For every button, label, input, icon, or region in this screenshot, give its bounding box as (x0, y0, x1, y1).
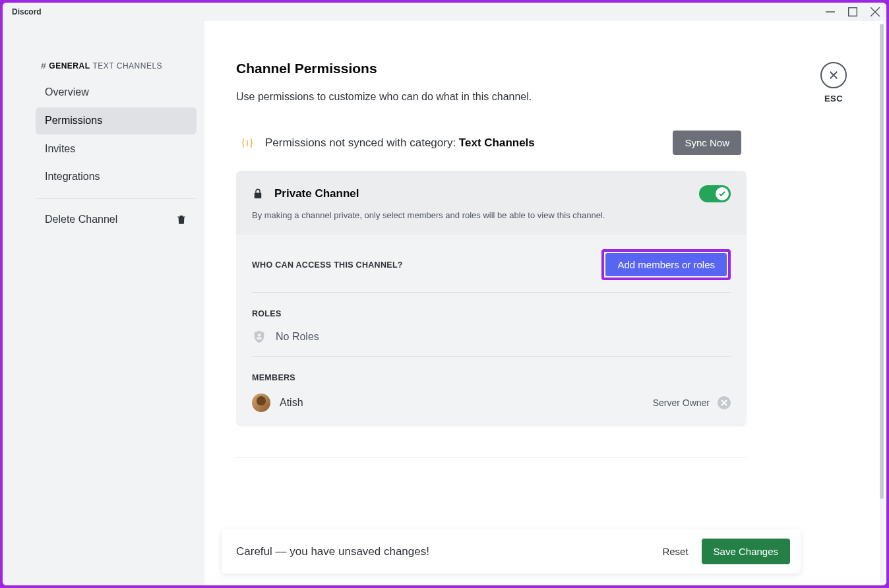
close-button[interactable]: ESC (820, 62, 847, 103)
sync-now-button[interactable]: Sync Now (673, 131, 741, 155)
private-channel-toggle[interactable] (699, 185, 731, 202)
sidebar-item-overview[interactable]: Overview (36, 79, 197, 106)
sidebar-divider (36, 198, 197, 199)
private-channel-description: By making a channel private, only select… (252, 210, 731, 221)
member-row: Atish Server Owner (252, 394, 731, 412)
lock-icon (252, 187, 264, 200)
scrollbar[interactable] (880, 24, 884, 583)
page-title: Channel Permissions (236, 61, 747, 76)
sidebar-channel-name: GENERAL (49, 61, 90, 71)
body-area: # GENERAL TEXT CHANNELS Overview Permiss… (3, 21, 886, 585)
reset-button[interactable]: Reset (662, 546, 688, 557)
sidebar-header: # GENERAL TEXT CHANNELS (36, 61, 197, 71)
access-heading: WHO CAN ACCESS THIS CHANNEL? (252, 260, 403, 270)
sidebar-item-integrations[interactable]: Integrations (36, 163, 197, 191)
private-channel-title: Private Channel (274, 187, 359, 200)
close-icon (820, 62, 847, 88)
close-label: ESC (824, 94, 843, 103)
x-icon (721, 399, 727, 406)
divider (252, 356, 731, 357)
delete-channel-label: Delete Channel (45, 214, 117, 225)
page-subtitle: Use permissions to customize who can do … (236, 90, 747, 104)
toggle-handle (716, 187, 729, 200)
unsaved-changes-bar: Careful — you have unsaved changes! Rese… (222, 529, 801, 573)
app-window: Discord # GENERAL TEXT CHANNELS Overview… (3, 3, 886, 585)
content-inner: Channel Permissions Use permissions to c… (204, 21, 778, 457)
window-controls (824, 6, 881, 18)
sync-category: Text Channels (459, 136, 535, 149)
permissions-card: Private Channel By making a channel priv… (236, 171, 747, 426)
minimize-button[interactable] (824, 6, 836, 18)
sidebar-item-permissions[interactable]: Permissions (36, 107, 197, 134)
add-button-highlight: Add members or roles (601, 249, 731, 280)
titlebar-title: Discord (8, 7, 42, 16)
trash-icon (175, 214, 187, 225)
members-heading: MEMBERS (252, 373, 295, 382)
private-channel-header: Private Channel By making a channel priv… (236, 171, 747, 235)
maximize-button[interactable] (847, 6, 859, 18)
roles-heading: ROLES (252, 309, 282, 318)
add-members-or-roles-button[interactable]: Add members or roles (605, 253, 727, 276)
sidebar: # GENERAL TEXT CHANNELS Overview Permiss… (3, 21, 204, 585)
svg-rect-0 (849, 8, 857, 16)
sidebar-item-invites[interactable]: Invites (36, 136, 197, 163)
check-icon (718, 190, 726, 198)
sync-row: Permissions not synced with category: Te… (236, 131, 747, 155)
sync-prefix: Permissions not synced with category: (265, 136, 459, 149)
member-name: Atish (280, 397, 303, 409)
warning-icon (241, 137, 253, 149)
divider (252, 292, 731, 293)
titlebar: Discord (3, 3, 886, 21)
content: ESC Channel Permissions Use permissions … (204, 21, 886, 585)
card-body: WHO CAN ACCESS THIS CHANNEL? Add members… (236, 235, 747, 426)
no-roles-row: No Roles (252, 330, 731, 344)
unsaved-warning: Careful — you have unsaved changes! (236, 545, 429, 558)
member-tag: Server Owner (653, 397, 710, 408)
sidebar-category: TEXT CHANNELS (92, 61, 162, 71)
shield-icon (252, 330, 266, 344)
svg-point-1 (247, 141, 248, 142)
remove-member-button[interactable] (718, 396, 731, 409)
avatar (252, 394, 270, 412)
hash-icon: # (41, 61, 46, 71)
sync-text: Permissions not synced with category: Te… (265, 136, 535, 150)
scrollbar-thumb[interactable] (880, 24, 884, 499)
save-changes-button[interactable]: Save Changes (702, 539, 790, 564)
no-roles-text: No Roles (276, 331, 319, 343)
window-close-button[interactable] (869, 6, 881, 18)
footer-divider (236, 457, 747, 457)
svg-point-2 (258, 334, 261, 337)
delete-channel-button[interactable]: Delete Channel (36, 207, 197, 232)
